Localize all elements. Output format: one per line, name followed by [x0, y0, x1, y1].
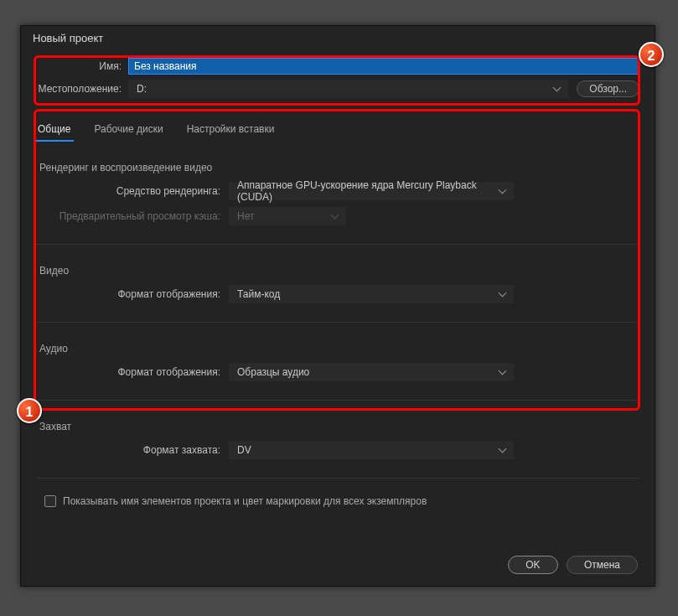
annotation-badge-1: 1: [17, 398, 42, 423]
annotation-badge-2: 2: [639, 42, 664, 67]
dialog-title: Новый проект: [21, 26, 655, 51]
tab-ingest-settings[interactable]: Настройки вставки: [184, 118, 278, 142]
audio-format-value: Образцы аудио: [237, 366, 309, 378]
section-title-capture: Захват: [36, 421, 639, 432]
chevron-down-icon: [499, 367, 507, 375]
show-names-checkbox[interactable]: [44, 495, 56, 507]
name-label: Имя:: [36, 60, 128, 72]
capture-format-label: Формат захвата:: [36, 444, 229, 456]
preview-cache-value: Нет: [237, 210, 254, 222]
show-names-checkbox-row: Показывать имя элементов проекта и цвет …: [21, 489, 655, 514]
location-label: Местоположение:: [36, 83, 128, 95]
name-input[interactable]: [128, 58, 639, 75]
audio-format-dropdown[interactable]: Образцы аудио: [229, 363, 514, 381]
renderer-label: Средство рендеринга:: [36, 185, 229, 197]
renderer-value: Аппаратное GPU-ускорение ядра Mercury Pl…: [237, 179, 499, 203]
section-capture: Захват Формат захвата: DV: [36, 412, 639, 479]
section-rendering: Рендеринг и воспроизведение видео Средст…: [36, 153, 639, 245]
tabs: Общие Рабочие диски Настройки вставки: [21, 118, 655, 142]
section-video: Видео Формат отображения: Тайм-код: [36, 256, 639, 323]
section-title-audio: Аудио: [36, 343, 639, 355]
cancel-button[interactable]: Отмена: [567, 556, 638, 574]
tab-scratch-disks[interactable]: Рабочие диски: [91, 118, 166, 142]
video-format-dropdown[interactable]: Тайм-код: [229, 285, 514, 303]
preview-cache-label: Предварительный просмотр кэша:: [36, 210, 229, 222]
section-audio: Аудио Формат отображения: Образцы аудио: [36, 334, 639, 401]
chevron-down-icon: [499, 445, 507, 453]
chevron-down-icon: [331, 211, 339, 220]
video-format-label: Формат отображения:: [36, 288, 229, 300]
audio-format-label: Формат отображения:: [36, 366, 229, 378]
location-value: D:: [137, 83, 147, 95]
preview-cache-dropdown: Нет: [229, 207, 346, 225]
show-names-label: Показывать имя элементов проекта и цвет …: [63, 495, 427, 507]
capture-format-dropdown[interactable]: DV: [229, 441, 514, 459]
dialog-footer: OK Отмена: [508, 556, 638, 574]
video-format-value: Тайм-код: [237, 288, 280, 300]
tab-general[interactable]: Общие: [34, 118, 74, 142]
chevron-down-icon: [499, 289, 507, 298]
capture-format-value: DV: [237, 444, 251, 456]
new-project-dialog: Новый проект Имя: Местоположение: D: Обз…: [20, 25, 655, 587]
ok-button[interactable]: OK: [508, 556, 558, 574]
section-title-video: Видео: [36, 265, 639, 277]
renderer-dropdown[interactable]: Аппаратное GPU-ускорение ядра Mercury Pl…: [229, 182, 514, 200]
chevron-down-icon: [553, 84, 562, 92]
section-title-rendering: Рендеринг и воспроизведение видео: [36, 162, 639, 173]
location-dropdown[interactable]: D:: [128, 80, 568, 98]
browse-button[interactable]: Обзор...: [577, 80, 639, 97]
